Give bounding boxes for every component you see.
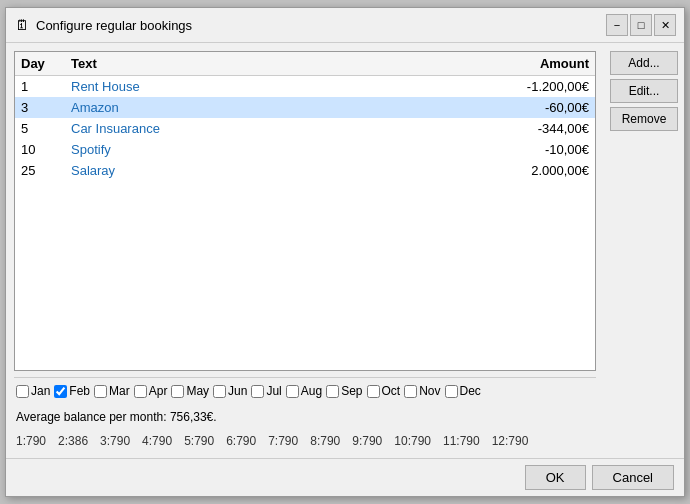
- configure-bookings-window: 🗓 Configure regular bookings − □ ✕ Day T…: [5, 7, 685, 497]
- row-day: 25: [21, 163, 71, 178]
- row-text: Car Insuarance: [71, 121, 469, 136]
- month-checkbox-mar[interactable]: [94, 385, 107, 398]
- col-header-day: Day: [21, 56, 71, 71]
- balance-item: 10:790: [394, 434, 431, 448]
- month-label: Sep: [341, 384, 362, 398]
- row-text: Spotify: [71, 142, 469, 157]
- month-checkbox-apr[interactable]: [134, 385, 147, 398]
- month-item-may[interactable]: May: [171, 384, 209, 398]
- month-label: Apr: [149, 384, 168, 398]
- month-checkbox-sep[interactable]: [326, 385, 339, 398]
- balance-item: 1:790: [16, 434, 46, 448]
- table-header: Day Text Amount: [15, 52, 595, 76]
- months-row: JanFebMarAprMayJunJulAugSepOctNovDec: [14, 377, 596, 402]
- month-label: Aug: [301, 384, 322, 398]
- content-area: Day Text Amount 1Rent House-1.200,00€3Am…: [6, 43, 684, 458]
- month-item-mar[interactable]: Mar: [94, 384, 130, 398]
- balance-item: 9:790: [352, 434, 382, 448]
- month-label: Mar: [109, 384, 130, 398]
- row-amount: -344,00€: [469, 121, 589, 136]
- balance-item: 4:790: [142, 434, 172, 448]
- month-item-aug[interactable]: Aug: [286, 384, 322, 398]
- month-item-jan[interactable]: Jan: [16, 384, 50, 398]
- table-row[interactable]: 5Car Insuarance-344,00€: [15, 118, 595, 139]
- month-label: Nov: [419, 384, 440, 398]
- month-label: Feb: [69, 384, 90, 398]
- close-button[interactable]: ✕: [654, 14, 676, 36]
- month-label: Jan: [31, 384, 50, 398]
- row-day: 1: [21, 79, 71, 94]
- balance-item: 7:790: [268, 434, 298, 448]
- add-button[interactable]: Add...: [610, 51, 678, 75]
- row-day: 5: [21, 121, 71, 136]
- month-item-dec[interactable]: Dec: [445, 384, 481, 398]
- cancel-button[interactable]: Cancel: [592, 465, 674, 490]
- balance-item: 6:790: [226, 434, 256, 448]
- month-label: Dec: [460, 384, 481, 398]
- average-label: Average balance per month: 756,33€.: [16, 410, 217, 424]
- row-amount: -10,00€: [469, 142, 589, 157]
- table-row[interactable]: 3Amazon-60,00€: [15, 97, 595, 118]
- col-header-amount: Amount: [469, 56, 589, 71]
- table-row[interactable]: 1Rent House-1.200,00€: [15, 76, 595, 97]
- edit-button[interactable]: Edit...: [610, 79, 678, 103]
- balance-item: 5:790: [184, 434, 214, 448]
- month-item-apr[interactable]: Apr: [134, 384, 168, 398]
- row-text: Salaray: [71, 163, 469, 178]
- average-row: Average balance per month: 756,33€.: [14, 408, 596, 426]
- row-text: Rent House: [71, 79, 469, 94]
- title-bar-left: 🗓 Configure regular bookings: [14, 17, 192, 33]
- window-title: Configure regular bookings: [36, 18, 192, 33]
- month-label: May: [186, 384, 209, 398]
- row-amount: -60,00€: [469, 100, 589, 115]
- month-checkbox-nov[interactable]: [404, 385, 417, 398]
- month-item-nov[interactable]: Nov: [404, 384, 440, 398]
- title-bar: 🗓 Configure regular bookings − □ ✕: [6, 8, 684, 43]
- ok-button[interactable]: OK: [525, 465, 586, 490]
- balance-item: 3:790: [100, 434, 130, 448]
- month-item-jul[interactable]: Jul: [251, 384, 281, 398]
- row-day: 10: [21, 142, 71, 157]
- bookings-table: Day Text Amount 1Rent House-1.200,00€3Am…: [14, 51, 596, 371]
- col-header-text: Text: [71, 56, 469, 71]
- window-icon: 🗓: [14, 17, 30, 33]
- table-row[interactable]: 25Salaray2.000,00€: [15, 160, 595, 181]
- table-body: 1Rent House-1.200,00€3Amazon-60,00€5Car …: [15, 76, 595, 370]
- month-item-feb[interactable]: Feb: [54, 384, 90, 398]
- balance-item: 12:790: [492, 434, 529, 448]
- balance-item: 11:790: [443, 434, 480, 448]
- month-checkbox-jun[interactable]: [213, 385, 226, 398]
- balance-item: 2:386: [58, 434, 88, 448]
- month-label: Jun: [228, 384, 247, 398]
- month-item-sep[interactable]: Sep: [326, 384, 362, 398]
- main-area: Day Text Amount 1Rent House-1.200,00€3Am…: [6, 43, 604, 458]
- row-amount: -1.200,00€: [469, 79, 589, 94]
- window-controls: − □ ✕: [606, 14, 676, 36]
- month-item-oct[interactable]: Oct: [367, 384, 401, 398]
- table-row[interactable]: 10Spotify-10,00€: [15, 139, 595, 160]
- month-checkbox-may[interactable]: [171, 385, 184, 398]
- month-checkbox-jul[interactable]: [251, 385, 264, 398]
- month-checkbox-jan[interactable]: [16, 385, 29, 398]
- row-day: 3: [21, 100, 71, 115]
- month-item-jun[interactable]: Jun: [213, 384, 247, 398]
- footer-bar: OK Cancel: [6, 458, 684, 496]
- remove-button[interactable]: Remove: [610, 107, 678, 131]
- month-checkbox-dec[interactable]: [445, 385, 458, 398]
- balance-row: 1:7902:3863:7904:7905:7906:7907:7908:790…: [14, 432, 596, 450]
- row-amount: 2.000,00€: [469, 163, 589, 178]
- maximize-button[interactable]: □: [630, 14, 652, 36]
- month-checkbox-feb[interactable]: [54, 385, 67, 398]
- row-text: Amazon: [71, 100, 469, 115]
- month-checkbox-oct[interactable]: [367, 385, 380, 398]
- sidebar: Add... Edit... Remove: [604, 43, 684, 458]
- minimize-button[interactable]: −: [606, 14, 628, 36]
- month-label: Jul: [266, 384, 281, 398]
- month-label: Oct: [382, 384, 401, 398]
- month-checkbox-aug[interactable]: [286, 385, 299, 398]
- balance-item: 8:790: [310, 434, 340, 448]
